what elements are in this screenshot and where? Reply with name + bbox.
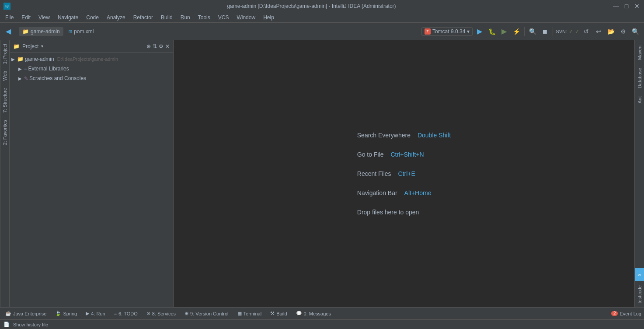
project-header-left: 📁 Project ▾ xyxy=(13,43,43,49)
goto-file-row: Go to File Ctrl+Shift+N xyxy=(357,151,451,158)
maven-panel-tab[interactable]: Maven xyxy=(636,42,644,63)
tab-services-label: 8: Services xyxy=(152,311,176,316)
tree-root-item[interactable]: ▶ 📁 game-admin D:\IdeaProjects\game-admi… xyxy=(10,54,173,64)
svn-label: SVN: xyxy=(556,29,567,34)
event-log-button[interactable]: 2 Event Log xyxy=(611,311,641,316)
drop-files-text: Drop files here to open xyxy=(357,209,419,216)
maximize-button[interactable]: □ xyxy=(623,3,630,10)
scratches-icon: ✎ xyxy=(24,76,28,81)
collapse-icon[interactable]: ⇅ xyxy=(153,43,157,49)
toolbar-separator-1 xyxy=(16,27,16,36)
history-text[interactable]: Show history file xyxy=(13,322,48,327)
close-panel-icon[interactable]: ✕ xyxy=(165,43,170,49)
root-label: game-admin xyxy=(25,56,54,62)
search-everywhere-btn[interactable]: 🔍 xyxy=(527,26,538,37)
sidebar-item-project[interactable]: 1: Project xyxy=(1,40,9,67)
menu-tools[interactable]: Tools xyxy=(195,14,214,21)
tab-build[interactable]: ⚒ Build xyxy=(268,310,289,317)
toolbar: ◀ 📁 game-admin m pom.xml T Tomcat 9.0.34… xyxy=(0,23,644,40)
tab-java-enterprise[interactable]: ☕ Java Enterprise xyxy=(3,310,49,317)
services-icon: ⊙ xyxy=(146,311,150,316)
codetime-button[interactable]: ∞ xyxy=(635,268,644,281)
settings-btn[interactable]: ⚙ xyxy=(618,26,628,37)
title-bar-right: — □ ✕ xyxy=(613,3,641,10)
scratches-label: Scratches and Consoles xyxy=(29,75,86,81)
tab-todo[interactable]: ≡ 6: TODO xyxy=(111,310,140,317)
event-log-badge: 2 xyxy=(611,311,618,316)
tree-external-libraries-item[interactable]: ▶ ≡ External Libraries xyxy=(10,64,173,74)
search-btn[interactable]: 🔍 xyxy=(630,26,641,37)
database-panel-tab[interactable]: Database xyxy=(636,64,644,92)
menu-edit[interactable]: Edit xyxy=(18,14,34,21)
menu-code[interactable]: Code xyxy=(83,14,102,21)
profile-button[interactable]: ⚡ xyxy=(511,26,522,37)
goto-file-label: Go to File xyxy=(357,151,384,158)
project-folder-icon: 📁 xyxy=(22,28,29,35)
sidebar-item-structure[interactable]: 7: Structure xyxy=(1,84,9,116)
navigation-bar-shortcut: Alt+Home xyxy=(404,189,432,196)
locate-icon[interactable]: ⊕ xyxy=(146,43,151,49)
drop-files-row: Drop files here to open xyxy=(357,209,451,216)
sidebar-item-web[interactable]: Web xyxy=(1,67,9,84)
toolbar-separator-2 xyxy=(524,27,525,36)
project-tab-label: game-admin xyxy=(31,28,60,35)
menu-navigate[interactable]: Navigate xyxy=(54,14,82,21)
welcome-content: Search Everywhere Double Shift Go to Fil… xyxy=(357,132,451,216)
title-bar-left: IJ xyxy=(3,3,10,10)
minimize-button[interactable]: — xyxy=(613,3,620,10)
tomcat-selector[interactable]: T Tomcat 9.0.34 ▾ xyxy=(421,27,473,36)
menu-help[interactable]: Help xyxy=(260,14,278,21)
run-tab-icon: ▶ xyxy=(86,311,89,316)
tab-spring[interactable]: 🍃 Spring xyxy=(52,310,80,317)
spring-icon: 🍃 xyxy=(55,311,61,316)
search-everywhere-row: Search Everywhere Double Shift xyxy=(357,132,451,139)
tree-scratches-item[interactable]: ▶ ✎ Scratches and Consoles xyxy=(10,74,173,83)
tab-version-control[interactable]: ⊞ 9: Version Control xyxy=(182,310,231,317)
ext-lib-icon: ≡ xyxy=(24,66,27,71)
menu-build[interactable]: Build xyxy=(157,14,176,21)
pom-icon: m xyxy=(69,29,72,34)
menu-analyze[interactable]: Analyze xyxy=(103,14,129,21)
project-tab[interactable]: 📁 game-admin xyxy=(19,27,63,36)
pom-tab[interactable]: m pom.xml xyxy=(65,27,97,36)
menu-refactor[interactable]: Refactor xyxy=(130,14,157,21)
coverage-button[interactable]: ▶ xyxy=(499,26,509,37)
sidebar-item-favorites[interactable]: 2: Favorites xyxy=(1,116,9,148)
tomcat-dropdown-icon: ▾ xyxy=(467,28,470,35)
recent-files-label: Recent Files xyxy=(357,170,391,177)
menu-window[interactable]: Window xyxy=(233,14,259,21)
right-side-panel: Maven Database Ant ∞ testcode xyxy=(634,40,644,307)
root-path: D:\IdeaProjects\game-admin xyxy=(57,56,118,62)
navigation-bar-label: Navigation Bar xyxy=(357,189,397,196)
back-button[interactable]: ◀ xyxy=(3,27,13,36)
search-everywhere-shortcut: Double Shift xyxy=(418,132,451,139)
scratches-arrow-icon: ▶ xyxy=(18,76,23,81)
navigation-bar-row: Navigation Bar Alt+Home xyxy=(357,189,451,196)
tab-run[interactable]: ▶ 4: Run xyxy=(83,310,108,317)
menu-view[interactable]: View xyxy=(35,14,53,21)
menu-vcs[interactable]: VCS xyxy=(215,14,233,21)
menu-file[interactable]: File xyxy=(2,14,17,21)
close-button[interactable]: ✕ xyxy=(634,3,641,10)
project-header-right: ⊕ ⇅ ⚙ ✕ xyxy=(146,43,170,49)
menu-run[interactable]: Run xyxy=(177,14,194,21)
settings-icon[interactable]: ⚙ xyxy=(159,43,164,49)
ant-panel-tab[interactable]: Ant xyxy=(636,93,644,107)
testcode-panel-tab[interactable]: testcode xyxy=(636,282,644,307)
tab-terminal[interactable]: ▦ Terminal xyxy=(235,310,265,317)
svn-revert-btn[interactable]: ↩ xyxy=(593,26,604,37)
stop-button[interactable]: ⏹ xyxy=(540,26,550,37)
debug-button[interactable]: 🐛 xyxy=(487,26,497,37)
tab-messages[interactable]: 💬 0: Messages xyxy=(293,310,334,317)
run-button[interactable]: ▶ xyxy=(474,26,485,37)
main-layout: 1: Project Web 7: Structure 2: Favorites… xyxy=(0,40,644,307)
root-arrow-icon: ▶ xyxy=(11,57,16,62)
project-title-arrow[interactable]: ▾ xyxy=(41,44,43,49)
java-enterprise-icon: ☕ xyxy=(5,311,11,316)
project-panel-header: 📁 Project ▾ ⊕ ⇅ ⚙ ✕ xyxy=(10,40,173,52)
svn-refresh-btn[interactable]: ↺ xyxy=(581,26,592,37)
file-manager-btn[interactable]: 📂 xyxy=(606,26,616,37)
tab-messages-label: 0: Messages xyxy=(304,311,331,316)
tab-services[interactable]: ⊙ 8: Services xyxy=(144,310,178,317)
ext-lib-label: External Libraries xyxy=(28,66,69,72)
